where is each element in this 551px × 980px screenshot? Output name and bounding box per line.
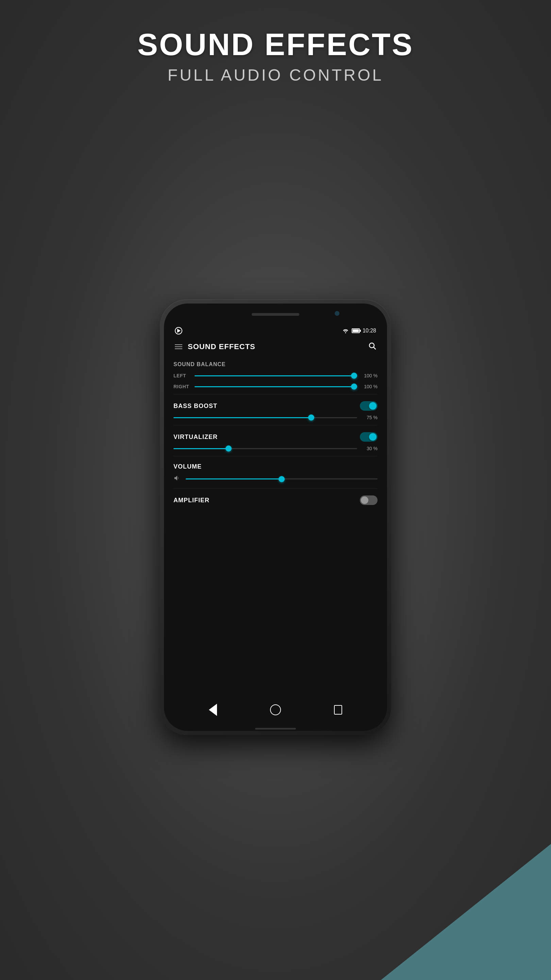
- app-bar-left: SOUND EFFECTS: [175, 342, 256, 351]
- left-slider-thumb[interactable]: [351, 372, 357, 379]
- left-value: 100 %: [361, 373, 378, 379]
- right-slider-thumb[interactable]: [351, 383, 357, 390]
- virtualizer-track[interactable]: [173, 448, 357, 449]
- right-label: RIGHT: [173, 384, 191, 389]
- content-area: SOUND BALANCE LEFT 100 % RIGHT: [168, 356, 383, 727]
- left-label: LEFT: [173, 373, 191, 379]
- bass-boost-track[interactable]: [173, 417, 357, 418]
- left-slider-track[interactable]: [195, 375, 357, 376]
- virtualizer-thumb[interactable]: [225, 445, 232, 452]
- volume-thumb[interactable]: [279, 476, 285, 482]
- battery-icon: [352, 328, 360, 333]
- volume-track[interactable]: [186, 479, 378, 479]
- nav-recents-button[interactable]: [328, 700, 348, 720]
- bass-boost-toggle[interactable]: [360, 401, 378, 411]
- status-right: 10:28: [342, 328, 376, 334]
- phone-speaker-grill: [252, 313, 299, 316]
- virtualizer-toggle[interactable]: [360, 432, 378, 442]
- volume-label: VOLUME: [173, 463, 202, 470]
- status-time: 10:28: [362, 328, 376, 334]
- divider-2: [173, 425, 378, 425]
- now-playing-status-icon: [175, 327, 182, 334]
- page-sub-title: FULL AUDIO CONTROL: [0, 66, 551, 84]
- menu-button[interactable]: [175, 344, 182, 349]
- page-main-title: SOUND EFFECTS: [0, 27, 551, 62]
- amplifier-label: AMPLIFIER: [173, 497, 210, 504]
- sound-balance-label: SOUND BALANCE: [173, 356, 378, 370]
- recents-icon: [334, 705, 342, 714]
- amplifier-knob: [361, 496, 368, 504]
- wifi-icon: [342, 328, 349, 334]
- bass-boost-label: BASS BOOST: [173, 402, 218, 410]
- bass-boost-slider-row: 75 %: [173, 412, 378, 423]
- virtualizer-value: 30 %: [361, 446, 378, 451]
- virtualizer-label: VIRTUALIZER: [173, 434, 218, 441]
- status-bar: 10:28: [168, 324, 383, 337]
- bass-boost-value: 75 %: [361, 415, 378, 420]
- bass-boost-fill: [173, 417, 311, 418]
- virtualizer-knob: [369, 433, 376, 441]
- amplifier-toggle[interactable]: [360, 495, 378, 505]
- volume-fill: [186, 479, 282, 479]
- divider-1: [173, 394, 378, 395]
- virtualizer-slider-row: 30 %: [173, 443, 378, 454]
- phone-home-indicator: [255, 728, 296, 730]
- left-slider-fill: [195, 375, 357, 376]
- svg-line-2: [374, 347, 376, 350]
- search-button[interactable]: [368, 342, 376, 352]
- virtualizer-fill: [173, 448, 229, 449]
- home-icon: [270, 705, 281, 715]
- phone-bezel: 10:28 SOUND EFFECTS: [164, 304, 387, 731]
- phone-screen: 10:28 SOUND EFFECTS: [168, 324, 383, 727]
- nav-back-button[interactable]: [203, 700, 223, 720]
- phone-outer-shell: 10:28 SOUND EFFECTS: [160, 299, 391, 735]
- bass-boost-knob: [369, 402, 376, 410]
- status-left: [175, 327, 182, 334]
- nav-home-button[interactable]: [265, 700, 286, 720]
- amplifier-row: AMPLIFIER: [173, 491, 378, 506]
- right-slider-fill: [195, 386, 357, 387]
- volume-header: VOLUME: [173, 458, 378, 472]
- virtualizer-row: VIRTUALIZER: [173, 427, 378, 443]
- right-balance-row: RIGHT 100 %: [173, 381, 378, 392]
- right-value: 100 %: [361, 384, 378, 389]
- phone-device: 10:28 SOUND EFFECTS: [160, 299, 391, 735]
- back-icon: [209, 704, 217, 716]
- bass-boost-thumb[interactable]: [308, 414, 314, 421]
- svg-point-0: [345, 332, 346, 333]
- speaker-icon: [173, 474, 182, 484]
- left-balance-row: LEFT 100 %: [173, 370, 378, 381]
- navigation-bar: [168, 693, 383, 727]
- app-title: SOUND EFFECTS: [188, 342, 256, 351]
- bass-boost-row: BASS BOOST: [173, 396, 378, 412]
- page-header: SOUND EFFECTS FULL AUDIO CONTROL: [0, 27, 551, 84]
- app-bar: SOUND EFFECTS: [168, 337, 383, 356]
- volume-slider-row: [173, 472, 378, 486]
- right-slider-track[interactable]: [195, 386, 357, 387]
- phone-camera: [335, 311, 340, 316]
